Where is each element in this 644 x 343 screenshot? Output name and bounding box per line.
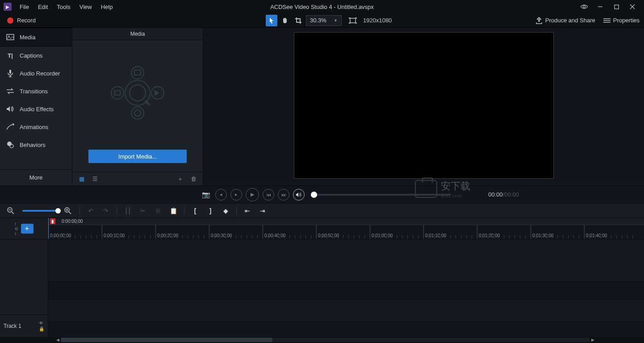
menu-help[interactable]: Help [96, 1, 117, 13]
ruler-tick: 0:01:00;00 [370, 225, 393, 239]
record-button[interactable]: Record [4, 15, 38, 25]
cut-button[interactable]: ✂ [138, 207, 147, 214]
timeline-tracks: Track 1 👁 🔒 [0, 239, 644, 337]
snapshot-button[interactable]: 📷 [200, 189, 212, 201]
svg-rect-11 [9, 70, 11, 74]
goto-end-timeline[interactable]: ⇥ [258, 207, 267, 214]
track-1-header[interactable]: Track 1 👁 🔒 [0, 314, 48, 337]
redo-button[interactable]: ↷ [101, 207, 110, 214]
paste-button[interactable]: 📋 [169, 207, 178, 214]
timeline-toolbar: ↶ ↷ ⎮⎮ ✂ ⎘ 📋 [ ] ◆ ⇤ ⇥ [0, 203, 644, 218]
sidebar-label: Captions [20, 52, 42, 59]
add-icon[interactable]: ＋ [176, 175, 184, 183]
visibility-icon[interactable]: 👁 [39, 321, 44, 326]
track-lanes[interactable] [48, 239, 644, 337]
speaker-icon [6, 105, 14, 113]
playhead-marker[interactable]: ▮ [50, 218, 55, 224]
pan-tool[interactable] [279, 15, 291, 26]
main-menu: File Edit Tools View Help [15, 1, 117, 13]
zoom-slider[interactable] [22, 210, 58, 212]
play-button[interactable]: ▶ [246, 188, 259, 201]
playhead[interactable] [48, 218, 49, 239]
add-track-button[interactable]: + [21, 224, 33, 234]
zoom-fit-buttons[interactable]: ↕⊙↕ [15, 222, 18, 236]
volume-slider[interactable] [313, 194, 451, 196]
list-view-icon[interactable]: ☰ [91, 176, 99, 182]
produce-share-button[interactable]: Produce and Share [535, 17, 595, 24]
sidebar-item-audio-effects[interactable]: Audio Effects [0, 100, 72, 118]
properties-button[interactable]: Properties [603, 17, 640, 24]
preview-canvas[interactable] [294, 32, 554, 179]
sidebar-item-transitions[interactable]: Transitions [0, 82, 72, 100]
current-time: 00:00 [488, 191, 503, 198]
volume-button[interactable] [293, 189, 305, 201]
time-display: 00:00/00:00 [488, 191, 519, 198]
sidebar-item-behaviors[interactable]: Behaviors [0, 136, 72, 154]
horizontal-scrollbar[interactable]: ◀ ▶ [0, 337, 644, 343]
media-tab[interactable]: Media [72, 28, 203, 40]
crop-tool[interactable] [293, 15, 304, 26]
watermark: 安下载 anxz.com [415, 180, 470, 198]
goto-start-button[interactable]: ⏮ [263, 189, 274, 201]
record-icon [7, 17, 13, 24]
goto-start-timeline[interactable]: ⇤ [243, 207, 252, 214]
undo-button[interactable]: ↶ [86, 207, 95, 214]
sidebar-item-animations[interactable]: Animations [0, 118, 72, 136]
next-frame-button[interactable]: ▸ [230, 189, 242, 201]
select-tool[interactable] [266, 15, 277, 26]
svg-point-19 [111, 87, 124, 99]
sidebar-item-audio-recorder[interactable]: Audio Recorder [0, 64, 72, 82]
track-lane-1[interactable] [48, 300, 644, 322]
track-lane[interactable] [48, 239, 644, 282]
minimize-button[interactable] [592, 0, 608, 13]
copy-button[interactable]: ⎘ [154, 207, 163, 214]
playhead-time: 0:00:00;00 [62, 219, 83, 224]
menu-view[interactable]: View [75, 1, 96, 13]
mark-in-button[interactable]: [ [191, 207, 200, 214]
lock-icon[interactable]: 🔒 [39, 326, 44, 331]
record-label: Record [17, 17, 36, 24]
eye-icon[interactable] [576, 0, 592, 13]
ruler-tick: 0:01:40;00 [584, 225, 607, 239]
mic-icon [6, 69, 14, 77]
resolution-label: 1920x1080 [363, 17, 392, 24]
sidebar-item-captions[interactable]: T| Captions [0, 46, 72, 64]
zoom-dropdown[interactable]: 30.3% ▼ [306, 15, 342, 26]
zoom-out-button[interactable] [7, 207, 16, 214]
marker-button[interactable]: ◆ [221, 207, 230, 214]
import-media-button[interactable]: Import Media... [88, 150, 187, 163]
titlebar: ▶ File Edit Tools View Help ACDSee Video… [0, 0, 644, 13]
svg-rect-5 [350, 18, 355, 23]
timeline: ↕⊙↕ + ▮ 0:00:00;00 0:00:00;000:00:10;000… [0, 218, 644, 343]
menu-edit[interactable]: Edit [33, 1, 52, 13]
svg-point-12 [7, 142, 12, 146]
zoom-in-button[interactable] [64, 207, 73, 214]
menu-file[interactable]: File [15, 1, 33, 13]
scrollbar-thumb[interactable] [61, 338, 272, 342]
grid-view-icon[interactable]: ▦ [78, 176, 86, 182]
ruler-tick: 0:01:30;00 [531, 225, 553, 239]
track-lane[interactable] [48, 282, 644, 300]
sidebar-more-button[interactable]: More [0, 169, 72, 185]
produce-label: Produce and Share [545, 17, 595, 24]
main-area: Media T| Captions Audio Recorder Transit… [0, 28, 644, 185]
scroll-left-arrow[interactable]: ◀ [54, 337, 61, 343]
menu-tools[interactable]: Tools [52, 1, 75, 13]
maximize-button[interactable] [608, 0, 624, 13]
svg-line-30 [69, 212, 71, 214]
goto-end-button[interactable]: ⏭ [278, 189, 289, 201]
mark-out-button[interactable]: ] [206, 207, 215, 214]
prev-frame-button[interactable]: ◂ [215, 189, 227, 201]
delete-icon[interactable]: 🗑 [189, 176, 197, 182]
scroll-right-arrow[interactable]: ▶ [590, 337, 596, 343]
sidebar-item-media[interactable]: Media [0, 28, 72, 46]
timeline-ruler: ↕⊙↕ + ▮ 0:00:00;00 0:00:00;000:00:10;000… [0, 218, 644, 239]
svg-point-0 [583, 6, 585, 8]
svg-rect-2 [615, 5, 619, 9]
sidebar-label: Audio Recorder [20, 70, 60, 77]
ruler-scale[interactable]: ▮ 0:00:00;00 0:00:00;000:00:10;000:00:20… [48, 218, 644, 239]
split-button[interactable]: ⎮⎮ [123, 207, 132, 214]
close-button[interactable] [624, 0, 640, 13]
fit-screen-button[interactable] [347, 15, 359, 26]
chevron-down-icon: ▼ [334, 18, 338, 23]
